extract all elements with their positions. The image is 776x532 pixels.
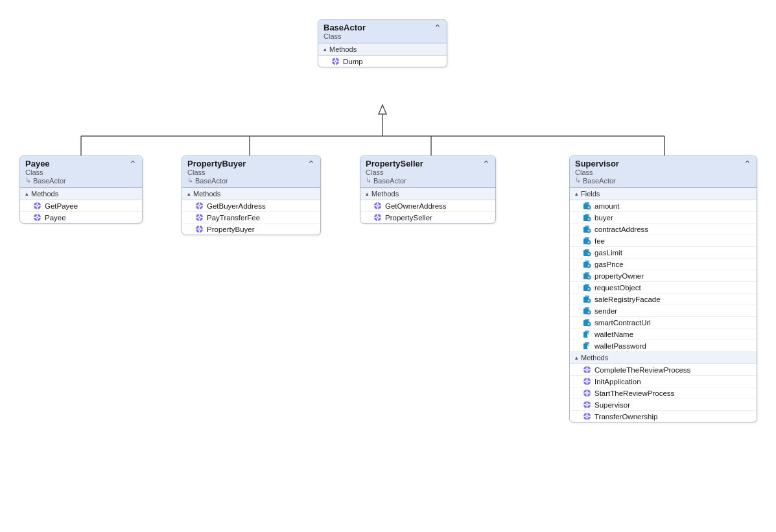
fee-label: fee — [594, 237, 605, 245]
propertybuyer-methods-header: ▴ Methods — [182, 188, 320, 200]
requestobject-field-icon — [583, 283, 591, 292]
getowneraddress-icon — [373, 202, 382, 210]
sender-label: sender — [594, 307, 617, 315]
svg-point-9 — [335, 61, 336, 62]
propertybuyer-collapse-icon[interactable]: ⌃ — [307, 159, 315, 169]
svg-rect-72 — [589, 218, 589, 220]
payee-parent-label: BaseActor — [33, 177, 66, 185]
initapplication-label: InitApplication — [594, 378, 641, 386]
smartcontracturl-field-icon — [583, 318, 591, 327]
propertybuyer-method-paytransferfee: PayTransferFee — [182, 212, 320, 224]
completereview-icon — [583, 365, 591, 374]
propertyseller-label: PropertySeller — [385, 214, 432, 222]
svg-rect-112 — [589, 311, 589, 314]
startreview-icon — [583, 389, 591, 397]
propertyseller-stereotype: Class — [366, 168, 423, 176]
propertyseller-collapse-icon[interactable]: ⌃ — [482, 159, 490, 169]
baseactor-collapse-icon[interactable]: ⌃ — [434, 23, 441, 33]
svg-rect-117 — [589, 323, 589, 325]
payee-method-payee: Payee — [20, 212, 142, 223]
supervisor-methods-triangle: ▴ — [575, 354, 578, 361]
getbuyeraddress-icon — [195, 202, 204, 210]
supervisor-method-icon — [583, 400, 591, 409]
contractaddress-label: contractAddress — [594, 226, 648, 233]
class-propertyseller: PropertySeller Class ↳ BaseActor ⌃ ▴ Met… — [360, 156, 496, 224]
propertybuyer-methods-label: Methods — [193, 190, 220, 198]
uml-diagram: BaseActor Class ⌃ ▴ Methods Dump — [0, 0, 776, 532]
payee-parent-arrow: ↳ — [25, 176, 31, 185]
svg-point-23 — [37, 217, 38, 218]
supervisor-parent-label: BaseActor — [583, 177, 616, 185]
supervisor-method-startreviewprocess: StartTheReviewProcess — [570, 387, 757, 399]
supervisor-methods-header: ▴ Methods — [570, 352, 757, 364]
class-propertybuyer: PropertyBuyer Class ↳ BaseActor ⌃ ▴ Meth… — [182, 156, 321, 235]
propertyseller-header: PropertySeller Class ↳ BaseActor ⌃ — [360, 156, 495, 188]
gaslimit-field-icon — [583, 248, 591, 257]
propertyseller-method-propertyseller: PropertySeller — [360, 212, 495, 223]
svg-point-51 — [377, 205, 379, 207]
supervisor-field-saleregistryfacade: saleRegistryFacade — [570, 294, 757, 305]
supervisor-parent-arrow: ↳ — [575, 176, 581, 185]
supervisor-field-gaslimit: gasLimit — [570, 247, 757, 259]
payee-methods-label: Methods — [31, 190, 58, 198]
supervisor-fields-header: ▴ Fields — [570, 188, 757, 200]
walletpassword-field-icon — [583, 341, 591, 350]
svg-point-58 — [377, 217, 379, 218]
payee-method-getpayee: GetPayee — [20, 200, 142, 212]
propertybuyer-parent-arrow: ↳ — [187, 176, 193, 185]
supervisor-field-fee: fee — [570, 235, 757, 247]
payee-method-icon — [33, 213, 41, 222]
svg-point-133 — [587, 381, 588, 382]
supervisor-method-completereviewprocess: CompleteTheReviewProcess — [570, 364, 757, 376]
svg-point-16 — [37, 205, 38, 207]
baseactor-methods-label: Methods — [329, 45, 357, 53]
paytransferfee-label: PayTransferFee — [207, 214, 260, 222]
propertybuyer-header: PropertyBuyer Class ↳ BaseActor ⌃ — [182, 156, 320, 188]
propertybuyer-label: PropertyBuyer — [207, 226, 255, 233]
dump-label: Dump — [343, 58, 363, 65]
propertyowner-field-icon — [583, 272, 591, 280]
supervisor-field-requestobject: requestObject — [570, 282, 757, 294]
getpayee-icon — [33, 202, 41, 210]
amount-field-icon — [583, 202, 591, 210]
transferownership-icon — [583, 412, 591, 421]
propertybuyer-method-getbuyeraddress: GetBuyerAddress — [182, 200, 320, 212]
supervisor-collapse-icon[interactable]: ⌃ — [744, 159, 751, 169]
payee-collapse-icon[interactable]: ⌃ — [129, 159, 137, 169]
propertybuyer-parent-label: BaseActor — [195, 177, 228, 185]
propertyseller-parent: ↳ BaseActor — [366, 176, 423, 185]
payee-methods-header: ▴ Methods — [20, 188, 142, 200]
propertyseller-methods-label: Methods — [371, 190, 399, 198]
paytransferfee-icon — [195, 213, 204, 222]
propertyseller-method-icon — [373, 213, 382, 222]
propertybuyer-stereotype: Class — [187, 168, 246, 176]
propertybuyer-method-icon — [195, 225, 204, 233]
propertyseller-parent-arrow: ↳ — [366, 176, 371, 185]
methods-triangle: ▴ — [323, 46, 327, 52]
gasprice-field-icon — [583, 260, 591, 268]
supervisor-fields-triangle: ▴ — [575, 191, 578, 197]
svg-rect-102 — [589, 288, 589, 290]
class-supervisor: Supervisor Class ↳ BaseActor ⌃ ▴ Fields — [569, 156, 757, 422]
baseactor-header: BaseActor Class ⌃ — [318, 20, 447, 43]
supervisor-field-amount: amount — [570, 200, 757, 212]
supervisor-field-propertyowner: propertyOwner — [570, 270, 757, 282]
baseactor-methods-header: ▴ Methods — [318, 43, 447, 56]
supervisor-field-sender: sender — [570, 305, 757, 317]
svg-rect-77 — [589, 229, 589, 232]
walletname-field-icon — [583, 330, 591, 338]
svg-point-154 — [587, 416, 588, 417]
buyer-label: buyer — [594, 214, 613, 222]
baseactor-method-dump: Dump — [318, 56, 447, 67]
supervisor-stereotype: Class — [575, 168, 619, 176]
propertyseller-parent-label: BaseActor — [373, 177, 406, 185]
class-baseactor: BaseActor Class ⌃ ▴ Methods Dump — [318, 19, 447, 67]
supervisor-parent: ↳ BaseActor — [575, 176, 619, 185]
payee-header: Payee Class ↳ BaseActor ⌃ — [20, 156, 142, 188]
contractaddress-field-icon — [583, 225, 591, 233]
propertybuyer-methods-triangle: ▴ — [187, 191, 191, 197]
supervisor-field-walletname: walletName — [570, 329, 757, 340]
buyer-field-icon — [583, 213, 591, 222]
supervisor-header: Supervisor Class ↳ BaseActor ⌃ — [570, 156, 757, 188]
svg-point-44 — [199, 229, 200, 230]
